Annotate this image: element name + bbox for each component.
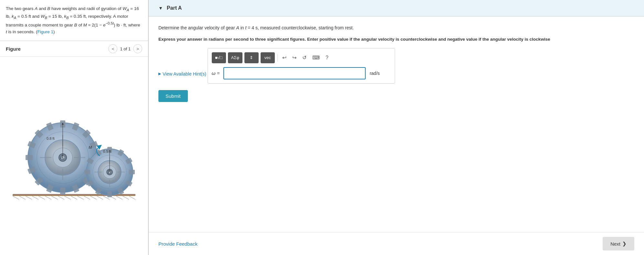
math-input-container: ■√□ AΣφ ⇕ vec ↩ ↪ ↺ (208, 48, 395, 84)
svg-line-9 (64, 196, 71, 199)
next-button[interactable]: Next ❯ (603, 237, 634, 250)
part-title: Part A (167, 5, 182, 11)
svg-line-4 (32, 196, 38, 199)
svg-line-1 (13, 196, 19, 199)
svg-line-2 (19, 196, 26, 199)
svg-text:0.8 ft: 0.8 ft (47, 137, 54, 140)
updown-button[interactable]: ⇕ (244, 52, 259, 63)
figure-next-button[interactable]: > (133, 44, 142, 53)
sigma-icon: AΣφ (231, 55, 239, 60)
next-chevron-icon: ❯ (622, 241, 627, 247)
svg-text:B: B (108, 169, 111, 175)
svg-text:M: M (89, 145, 92, 150)
figure-header: Figure < 1 of 1 > (0, 41, 148, 57)
svg-line-19 (129, 196, 135, 199)
reset-icon: ↺ (302, 55, 306, 61)
question-text: Determine the angular velocity of gear A… (158, 24, 634, 31)
figure-image-area: A 0.8 ft (0, 57, 148, 255)
figure-nav: < 1 of 1 > (108, 44, 142, 53)
part-content: Determine the angular velocity of gear A… (149, 16, 644, 232)
sqrt-button[interactable]: ■√□ (212, 52, 226, 63)
svg-rect-33 (26, 155, 33, 160)
keyboard-icon: ⌨ (312, 55, 320, 61)
help-button[interactable]: ? (324, 52, 330, 63)
hint-link[interactable]: ▶ View Available Hint(s) (158, 71, 206, 76)
toolbar-separator-1 (277, 54, 278, 62)
svg-line-18 (123, 196, 129, 199)
svg-line-12 (84, 196, 90, 199)
undo-button[interactable]: ↩ (280, 52, 288, 63)
figure-count: 1 of 1 (120, 46, 131, 51)
figure-prev-button[interactable]: < (108, 44, 117, 53)
svg-line-14 (97, 196, 103, 199)
gear-svg: A 0.8 ft (13, 104, 135, 208)
redo-button[interactable]: ↪ (290, 52, 298, 63)
svg-rect-56 (107, 191, 112, 197)
svg-line-13 (90, 196, 97, 199)
vec-button[interactable]: vec (261, 52, 275, 63)
vec-icon: vec (264, 55, 271, 60)
redo-icon: ↪ (292, 55, 296, 61)
answer-input[interactable] (223, 67, 366, 79)
svg-line-7 (51, 196, 58, 199)
figure-title: Figure (6, 46, 108, 52)
svg-rect-53 (129, 170, 135, 174)
hint-arrow-icon: ▶ (158, 72, 161, 76)
omega-label: ω = (212, 70, 220, 76)
svg-line-6 (45, 196, 51, 199)
svg-line-10 (71, 196, 77, 199)
input-row: ω = rad/s (212, 67, 391, 79)
right-panel: ▼ Part A Determine the angular velocity … (149, 0, 644, 255)
svg-line-11 (77, 196, 84, 199)
svg-line-5 (38, 196, 45, 199)
part-header: ▼ Part A (149, 0, 644, 16)
svg-line-8 (58, 196, 64, 199)
help-icon: ? (326, 55, 328, 61)
keyboard-button[interactable]: ⌨ (310, 52, 322, 63)
problem-description: The two gears A and B have weights and r… (0, 0, 148, 41)
svg-line-3 (26, 196, 32, 199)
bottom-bar: Provide Feedback Next ❯ (149, 232, 644, 255)
sigma-button[interactable]: AΣφ (228, 52, 242, 63)
hint-label: View Available Hint(s) (163, 71, 206, 76)
left-panel: The two gears A and B have weights and r… (0, 0, 149, 255)
svg-rect-59 (84, 170, 90, 174)
undo-icon: ↩ (282, 55, 286, 61)
svg-text:0.5 ft: 0.5 ft (103, 149, 111, 153)
part-collapse-icon[interactable]: ▼ (158, 5, 163, 11)
next-label: Next (610, 241, 620, 247)
submit-button[interactable]: Submit (158, 90, 188, 102)
svg-text:A: A (60, 154, 64, 160)
provide-feedback-link[interactable]: Provide Feedback (158, 241, 198, 247)
unit-label: rad/s (370, 71, 380, 76)
updown-icon: ⇕ (250, 55, 253, 60)
svg-rect-29 (60, 188, 65, 195)
math-toolbar: ■√□ AΣφ ⇕ vec ↩ ↪ ↺ (212, 52, 391, 63)
sqrt-icon: ■√□ (215, 55, 222, 60)
svg-line-17 (116, 196, 123, 199)
figure-link[interactable]: Figure 1 (38, 29, 54, 34)
instruction-text: Express your answer in radians per secon… (158, 36, 634, 43)
reset-button[interactable]: ↺ (300, 52, 308, 63)
